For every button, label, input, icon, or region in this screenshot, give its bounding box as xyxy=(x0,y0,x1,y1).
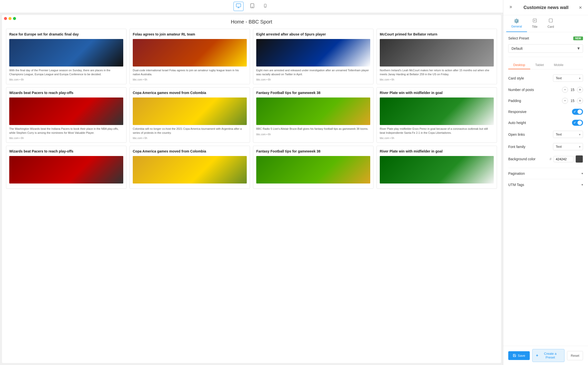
auto-height-row: Auto height ✓ xyxy=(508,120,583,126)
auto-height-toggle[interactable]: ✓ xyxy=(572,120,583,126)
device-desktop-btn[interactable] xyxy=(234,2,244,11)
news-card-2: Eight arrested after abuse of Spurs play… xyxy=(253,29,374,84)
padding-decrement[interactable]: − xyxy=(562,98,568,104)
tab-title[interactable]: Title xyxy=(527,15,542,32)
card-image-8 xyxy=(9,156,123,184)
general-icon: ⚙️ xyxy=(514,18,519,24)
preset-select-wrap: Default Preset 1 Preset 2 ▼ xyxy=(508,44,583,53)
card-meta-5: bbc.com • 6h xyxy=(133,137,247,140)
card-style-row: Card style Text Card List ▼ xyxy=(508,74,583,82)
card-title-0: Race for Europe set for dramatic final d… xyxy=(9,32,123,36)
device-tab-desktop[interactable]: Desktop xyxy=(508,61,530,69)
reset-label: Reset xyxy=(571,354,579,358)
news-card-9: Copa America games moved from Colombia xyxy=(130,146,250,189)
card-title-11: River Plate win with midfielder in goal xyxy=(380,149,494,154)
padding-label: Padding xyxy=(508,99,521,103)
news-card-8: Wizards beat Pacers to reach play-offs xyxy=(6,146,126,189)
card-image-7 xyxy=(380,98,494,125)
utm-tags-header[interactable]: UTM Tags ▾ xyxy=(508,183,583,187)
close-button[interactable]: ✕ xyxy=(578,4,583,11)
card-title-9: Copa America games moved from Colombia xyxy=(133,149,247,154)
card-meta-1: bbc.com • 6h xyxy=(133,78,247,81)
panel-header: Customize news wall ✕ xyxy=(503,0,588,15)
card-title-2: Eight arrested after abuse of Spurs play… xyxy=(256,32,370,36)
svg-rect-7 xyxy=(533,19,536,22)
num-posts-increment[interactable]: + xyxy=(577,87,583,93)
card-title-1: Folau agrees to join amateur RL team xyxy=(133,32,247,36)
card-text-6: BBC Radio 5 Live's Alistair Bruce-Ball g… xyxy=(256,127,370,131)
right-panel: Customize news wall ✕ ⚙️ General Title C… xyxy=(503,0,588,365)
auto-height-label: Auto height xyxy=(508,121,526,125)
card-meta-2: bbc.com • 6h xyxy=(256,78,370,81)
panel-title: Customize news wall xyxy=(524,5,568,10)
tab-card[interactable]: Card xyxy=(542,15,559,32)
utm-tags-chevron: ▾ xyxy=(582,183,583,186)
card-image-6 xyxy=(256,98,370,125)
create-preset-plus: + xyxy=(536,353,538,358)
num-posts-row: Number of posts − 15 + xyxy=(508,87,583,93)
card-meta-4: bbc.com • 6h xyxy=(9,137,123,140)
bg-color-input[interactable] xyxy=(554,156,574,162)
panel-header-left xyxy=(508,4,514,11)
utm-tags-label: UTM Tags xyxy=(508,183,524,187)
padding-increment[interactable]: + xyxy=(577,98,583,104)
news-card-6: Fantasy Football tips for gameweek 38 BB… xyxy=(253,87,374,143)
card-image-11 xyxy=(380,156,494,184)
pagination-header[interactable]: Pagination ▾ xyxy=(508,172,583,176)
news-card-4: Wizards beat Pacers to reach play-offs T… xyxy=(6,87,126,143)
save-label: Save xyxy=(518,354,525,358)
card-meta-3: bbc.com • 6h xyxy=(380,78,494,81)
reset-button[interactable]: Reset xyxy=(567,351,583,360)
padding-stepper: − 15 + xyxy=(562,98,583,104)
card-style-select[interactable]: Text Card List xyxy=(553,74,583,82)
tab-general[interactable]: ⚙️ General xyxy=(506,15,527,32)
dot-yellow xyxy=(8,17,12,20)
num-posts-decrement[interactable]: − xyxy=(562,87,568,93)
device-sub-tabs: Desktop Tablet Mobile xyxy=(508,61,583,70)
card-image-10 xyxy=(256,156,370,184)
card-image-4 xyxy=(9,98,123,125)
tab-general-label: General xyxy=(511,25,522,28)
bg-color-swatch[interactable] xyxy=(576,155,583,163)
font-family-row: Font family Text Default Arial ▼ xyxy=(508,143,583,150)
svg-rect-10 xyxy=(549,19,552,22)
save-button[interactable]: Save xyxy=(508,351,530,360)
create-preset-label: Create a Preset xyxy=(540,352,561,359)
num-posts-value: 15 xyxy=(570,88,575,92)
utm-tags-section: UTM Tags ▾ xyxy=(508,179,583,190)
news-grid: Race for Europe set for dramatic final d… xyxy=(6,29,497,189)
svg-point-6 xyxy=(265,6,265,7)
font-family-label: Font family xyxy=(508,145,525,149)
card-text-7: River Plate play midfielder Enzo Perez i… xyxy=(380,127,494,135)
device-toolbar xyxy=(0,0,503,13)
font-family-select[interactable]: Text Default Arial xyxy=(553,143,583,150)
pagination-label: Pagination xyxy=(508,172,525,176)
card-title-8: Wizards beat Pacers to reach play-offs xyxy=(9,149,123,154)
device-tablet-btn[interactable] xyxy=(248,2,257,11)
card-title-10: Fantasy Football tips for gameweek 38 xyxy=(256,149,370,154)
news-card-5: Copa America games moved from Colombia C… xyxy=(130,87,250,143)
open-links-select[interactable]: Text New tab Same tab xyxy=(553,131,583,138)
card-meta-7: bbc.com • 6h xyxy=(380,137,494,140)
card-title-7: River Plate win with midfielder in goal xyxy=(380,90,494,95)
card-title-6: Fantasy Football tips for gameweek 38 xyxy=(256,90,370,95)
device-tab-tablet[interactable]: Tablet xyxy=(530,61,549,69)
title-icon xyxy=(532,18,537,24)
responsive-toggle[interactable]: ✓ xyxy=(572,109,583,115)
device-mobile-btn[interactable] xyxy=(261,2,270,11)
pagination-section: Pagination ▾ xyxy=(508,168,583,179)
device-tab-mobile[interactable]: Mobile xyxy=(549,61,568,69)
preset-select[interactable]: Default Preset 1 Preset 2 xyxy=(508,44,583,53)
card-image-2 xyxy=(256,39,370,66)
tab-card-label: Card xyxy=(548,25,554,28)
collapse-button[interactable] xyxy=(508,4,514,11)
open-links-dropdown-wrap: Text New tab Same tab ▼ xyxy=(553,131,583,138)
create-preset-button[interactable]: + Create a Preset xyxy=(532,349,564,362)
card-image-1 xyxy=(133,39,247,66)
padding-row: Padding − 15 + xyxy=(508,98,583,104)
bg-color-label: Background color xyxy=(508,157,536,161)
card-title-4: Wizards beat Pacers to reach play-offs xyxy=(9,90,123,95)
color-hash-symbol: # xyxy=(550,157,552,161)
card-icon xyxy=(548,18,553,24)
card-meta-0: bbc.com • 6h xyxy=(9,78,123,81)
